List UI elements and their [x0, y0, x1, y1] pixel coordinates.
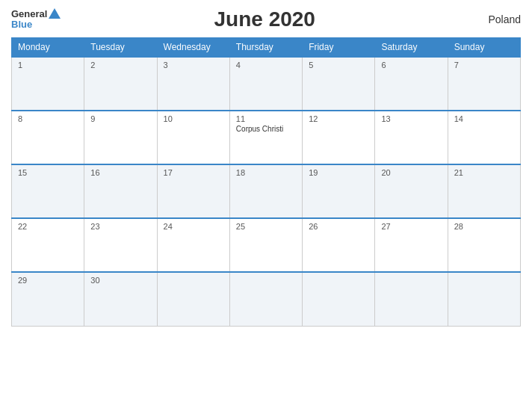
calendar-cell — [375, 272, 448, 326]
header-wednesday: Wednesday — [157, 38, 229, 58]
calendar-cell: 4 — [229, 57, 302, 111]
calendar-cell: 10 — [157, 111, 229, 164]
calendar-cell: 25 — [229, 218, 302, 272]
day-number: 30 — [90, 276, 150, 285]
day-number: 12 — [309, 114, 368, 123]
calendar-cell — [229, 272, 302, 326]
calendar-week-1: 1234567 — [12, 57, 521, 111]
day-number: 3 — [164, 61, 223, 69]
day-number: 16 — [90, 168, 150, 177]
header-monday: Monday — [12, 38, 84, 58]
calendar-cell: 30 — [84, 272, 157, 326]
header-thursday: Thursday — [229, 38, 302, 58]
header-tuesday: Tuesday — [84, 38, 157, 58]
calendar-cell: 24 — [157, 218, 229, 272]
calendar-cell — [157, 272, 229, 326]
day-number: 19 — [309, 168, 368, 177]
calendar-cell — [448, 272, 520, 326]
day-number: 9 — [90, 114, 150, 123]
day-number: 4 — [236, 61, 296, 69]
logo-row1: General — [11, 9, 61, 19]
calendar-cell: 9 — [84, 111, 157, 164]
calendar-cell: 8 — [12, 111, 84, 164]
calendar-cell: 23 — [84, 218, 157, 272]
header-saturday: Saturday — [375, 38, 448, 58]
day-number: 6 — [381, 61, 441, 69]
calendar-cell: 11Corpus Christi — [229, 111, 302, 164]
logo-general-text: General — [11, 9, 47, 19]
calendar-cell: 26 — [303, 218, 375, 272]
calendar-cell: 28 — [448, 218, 520, 272]
day-number: 14 — [454, 114, 514, 123]
calendar-cell: 19 — [303, 164, 375, 218]
logo-blue-text: Blue — [11, 19, 61, 30]
calendar-week-4: 22232425262728 — [12, 218, 521, 272]
day-number: 20 — [381, 168, 441, 177]
logo: General Blue — [11, 9, 61, 31]
weekday-header-row: Monday Tuesday Wednesday Thursday Friday… — [12, 38, 521, 58]
day-number: 23 — [90, 222, 150, 231]
day-number: 8 — [18, 114, 78, 123]
calendar-week-2: 891011Corpus Christi121314 — [12, 111, 521, 164]
event-label: Corpus Christi — [236, 125, 296, 133]
day-number: 24 — [164, 222, 223, 231]
day-number: 1 — [18, 61, 78, 69]
day-number: 2 — [90, 61, 150, 69]
calendar-week-5: 2930 — [12, 272, 521, 326]
day-number: 27 — [381, 222, 441, 231]
day-number: 15 — [18, 168, 78, 177]
calendar-cell: 18 — [229, 164, 302, 218]
calendar-cell: 20 — [375, 164, 448, 218]
country-label: Poland — [468, 13, 521, 25]
day-number: 5 — [309, 61, 368, 69]
day-number: 28 — [454, 222, 514, 231]
day-number: 22 — [18, 222, 78, 231]
calendar-cell: 7 — [448, 57, 520, 111]
logo-triangle-icon — [49, 8, 61, 19]
day-number: 10 — [164, 114, 223, 123]
header: General Blue June 2020 Poland — [11, 7, 521, 31]
calendar-cell: 5 — [303, 57, 375, 111]
day-number: 21 — [454, 168, 514, 177]
calendar-week-3: 15161718192021 — [12, 164, 521, 218]
calendar-table: Monday Tuesday Wednesday Thursday Friday… — [11, 37, 521, 327]
calendar-cell: 13 — [375, 111, 448, 164]
logo-text: General Blue — [11, 9, 61, 31]
calendar-cell: 16 — [84, 164, 157, 218]
day-number: 11 — [236, 114, 296, 123]
header-sunday: Sunday — [448, 38, 520, 58]
day-number: 17 — [164, 168, 223, 177]
calendar-cell: 3 — [157, 57, 229, 111]
calendar-cell: 27 — [375, 218, 448, 272]
calendar-title: June 2020 — [61, 7, 468, 31]
day-number: 29 — [18, 276, 78, 285]
day-number: 26 — [309, 222, 368, 231]
calendar-cell: 1 — [12, 57, 84, 111]
calendar-cell: 22 — [12, 218, 84, 272]
calendar-cell: 12 — [303, 111, 375, 164]
day-number: 7 — [454, 61, 514, 69]
calendar-cell: 14 — [448, 111, 520, 164]
day-number: 25 — [236, 222, 296, 231]
calendar-cell: 21 — [448, 164, 520, 218]
calendar-cell: 2 — [84, 57, 157, 111]
calendar-cell: 29 — [12, 272, 84, 326]
calendar-cell: 6 — [375, 57, 448, 111]
day-number: 18 — [236, 168, 296, 177]
header-friday: Friday — [303, 38, 375, 58]
calendar-cell — [303, 272, 375, 326]
day-number: 13 — [381, 114, 441, 123]
calendar-cell: 17 — [157, 164, 229, 218]
calendar-page: General Blue June 2020 Poland Monday Tue… — [0, 0, 532, 411]
calendar-cell: 15 — [12, 164, 84, 218]
